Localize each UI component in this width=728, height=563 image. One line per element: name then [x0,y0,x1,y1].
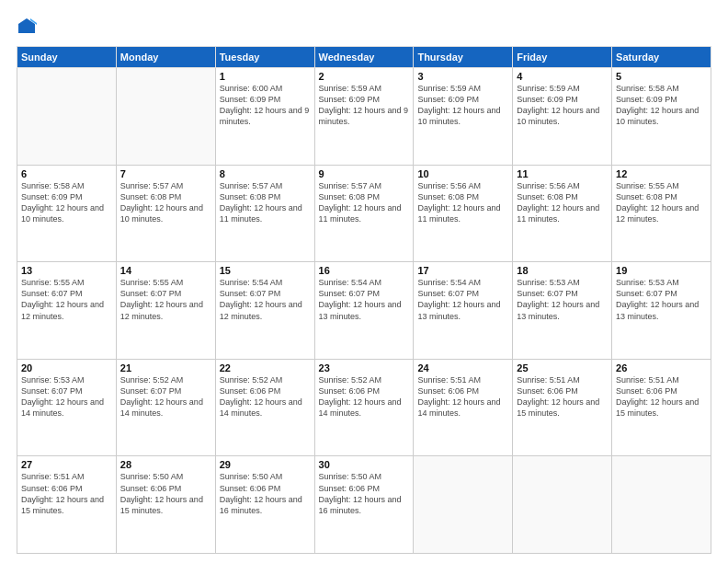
day-cell: 8Sunrise: 5:57 AMSunset: 6:08 PMDaylight… [215,165,314,262]
day-info: Sunrise: 5:59 AMSunset: 6:09 PMDaylight:… [417,83,508,128]
day-cell: 6Sunrise: 5:58 AMSunset: 6:09 PMDaylight… [17,165,117,262]
day-number: 26 [616,362,707,373]
day-number: 27 [21,459,112,470]
day-number: 8 [220,168,311,179]
header-cell-monday: Monday [116,47,215,68]
header-cell-saturday: Saturday [612,47,711,68]
day-cell: 21Sunrise: 5:52 AMSunset: 6:07 PMDayligh… [116,359,215,456]
day-number: 30 [319,459,410,470]
day-cell: 4Sunrise: 5:59 AMSunset: 6:09 PMDaylight… [513,68,612,166]
calendar-header: SundayMondayTuesdayWednesdayThursdayFrid… [17,47,711,68]
day-number: 18 [517,265,608,276]
week-row-1: 1Sunrise: 6:00 AMSunset: 6:09 PMDaylight… [17,68,711,166]
day-cell [513,456,612,554]
day-info: Sunrise: 5:52 AMSunset: 6:06 PMDaylight:… [220,374,311,419]
week-row-4: 20Sunrise: 5:53 AMSunset: 6:07 PMDayligh… [17,359,711,456]
day-number: 9 [319,168,410,179]
day-number: 1 [220,71,311,82]
day-info: Sunrise: 5:56 AMSunset: 6:08 PMDaylight:… [417,180,508,225]
day-number: 21 [120,362,211,373]
day-info: Sunrise: 5:51 AMSunset: 6:06 PMDaylight:… [616,374,707,419]
day-number: 4 [517,71,608,82]
day-number: 7 [120,168,211,179]
day-info: Sunrise: 5:53 AMSunset: 6:07 PMDaylight:… [517,277,608,322]
day-number: 5 [616,71,707,82]
day-number: 16 [319,265,410,276]
day-cell: 17Sunrise: 5:54 AMSunset: 6:07 PMDayligh… [414,262,513,360]
day-cell [414,456,513,554]
day-number: 15 [220,265,311,276]
header-cell-friday: Friday [513,47,612,68]
day-number: 19 [616,265,707,276]
day-cell: 1Sunrise: 6:00 AMSunset: 6:09 PMDaylight… [215,68,314,166]
calendar-table: SundayMondayTuesdayWednesdayThursdayFrid… [17,46,711,554]
day-number: 20 [21,362,112,373]
day-cell: 25Sunrise: 5:51 AMSunset: 6:06 PMDayligh… [513,359,612,456]
day-info: Sunrise: 5:51 AMSunset: 6:06 PMDaylight:… [417,374,508,419]
day-info: Sunrise: 5:54 AMSunset: 6:07 PMDaylight:… [220,277,311,322]
day-number: 23 [319,362,410,373]
header-cell-tuesday: Tuesday [215,47,314,68]
day-info: Sunrise: 5:59 AMSunset: 6:09 PMDaylight:… [517,83,608,128]
day-info: Sunrise: 5:54 AMSunset: 6:07 PMDaylight:… [417,277,508,322]
day-info: Sunrise: 5:54 AMSunset: 6:07 PMDaylight:… [319,277,410,322]
header-cell-thursday: Thursday [414,47,513,68]
day-cell: 14Sunrise: 5:55 AMSunset: 6:07 PMDayligh… [116,262,215,360]
day-cell: 11Sunrise: 5:56 AMSunset: 6:08 PMDayligh… [513,165,612,262]
week-row-3: 13Sunrise: 5:55 AMSunset: 6:07 PMDayligh… [17,262,711,360]
day-cell [116,68,215,166]
day-info: Sunrise: 5:51 AMSunset: 6:06 PMDaylight:… [21,471,112,516]
day-info: Sunrise: 5:55 AMSunset: 6:07 PMDaylight:… [21,277,112,322]
day-number: 10 [417,168,508,179]
day-info: Sunrise: 5:52 AMSunset: 6:06 PMDaylight:… [319,374,410,419]
day-info: Sunrise: 5:53 AMSunset: 6:07 PMDaylight:… [616,277,707,322]
day-cell: 30Sunrise: 5:50 AMSunset: 6:06 PMDayligh… [314,456,414,554]
day-info: Sunrise: 5:53 AMSunset: 6:07 PMDaylight:… [21,374,112,419]
day-cell: 16Sunrise: 5:54 AMSunset: 6:07 PMDayligh… [314,262,414,360]
day-info: Sunrise: 5:57 AMSunset: 6:08 PMDaylight:… [120,180,211,225]
day-cell: 7Sunrise: 5:57 AMSunset: 6:08 PMDaylight… [116,165,215,262]
day-cell: 12Sunrise: 5:55 AMSunset: 6:08 PMDayligh… [612,165,711,262]
day-number: 28 [120,459,211,470]
day-info: Sunrise: 5:56 AMSunset: 6:08 PMDaylight:… [517,180,608,225]
day-number: 11 [517,168,608,179]
day-info: Sunrise: 5:50 AMSunset: 6:06 PMDaylight:… [319,471,410,516]
day-info: Sunrise: 5:58 AMSunset: 6:09 PMDaylight:… [616,83,707,128]
day-cell: 13Sunrise: 5:55 AMSunset: 6:07 PMDayligh… [17,262,117,360]
calendar-page: SundayMondayTuesdayWednesdayThursdayFrid… [0,0,728,563]
logo-icon [17,17,37,37]
day-cell: 22Sunrise: 5:52 AMSunset: 6:06 PMDayligh… [215,359,314,456]
day-cell: 9Sunrise: 5:57 AMSunset: 6:08 PMDaylight… [314,165,414,262]
day-cell: 2Sunrise: 5:59 AMSunset: 6:09 PMDaylight… [314,68,414,166]
day-info: Sunrise: 6:00 AMSunset: 6:09 PMDaylight:… [220,83,311,128]
day-info: Sunrise: 5:55 AMSunset: 6:08 PMDaylight:… [616,180,707,225]
day-number: 13 [21,265,112,276]
day-cell: 10Sunrise: 5:56 AMSunset: 6:08 PMDayligh… [414,165,513,262]
header-cell-wednesday: Wednesday [314,47,414,68]
week-row-2: 6Sunrise: 5:58 AMSunset: 6:09 PMDaylight… [17,165,711,262]
header [17,17,711,37]
day-number: 12 [616,168,707,179]
day-number: 17 [417,265,508,276]
day-cell: 27Sunrise: 5:51 AMSunset: 6:06 PMDayligh… [17,456,117,554]
day-info: Sunrise: 5:57 AMSunset: 6:08 PMDaylight:… [220,180,311,225]
day-cell: 19Sunrise: 5:53 AMSunset: 6:07 PMDayligh… [612,262,711,360]
day-cell: 24Sunrise: 5:51 AMSunset: 6:06 PMDayligh… [414,359,513,456]
day-cell: 15Sunrise: 5:54 AMSunset: 6:07 PMDayligh… [215,262,314,360]
day-info: Sunrise: 5:52 AMSunset: 6:07 PMDaylight:… [120,374,211,419]
day-cell: 5Sunrise: 5:58 AMSunset: 6:09 PMDaylight… [612,68,711,166]
day-number: 14 [120,265,211,276]
day-info: Sunrise: 5:51 AMSunset: 6:06 PMDaylight:… [517,374,608,419]
day-info: Sunrise: 5:50 AMSunset: 6:06 PMDaylight:… [220,471,311,516]
day-number: 22 [220,362,311,373]
day-cell [17,68,117,166]
day-cell: 29Sunrise: 5:50 AMSunset: 6:06 PMDayligh… [215,456,314,554]
header-row: SundayMondayTuesdayWednesdayThursdayFrid… [17,47,711,68]
day-cell: 20Sunrise: 5:53 AMSunset: 6:07 PMDayligh… [17,359,117,456]
day-number: 29 [220,459,311,470]
day-number: 3 [417,71,508,82]
day-cell: 18Sunrise: 5:53 AMSunset: 6:07 PMDayligh… [513,262,612,360]
day-number: 25 [517,362,608,373]
day-number: 2 [319,71,410,82]
calendar-body: 1Sunrise: 6:00 AMSunset: 6:09 PMDaylight… [17,68,711,554]
